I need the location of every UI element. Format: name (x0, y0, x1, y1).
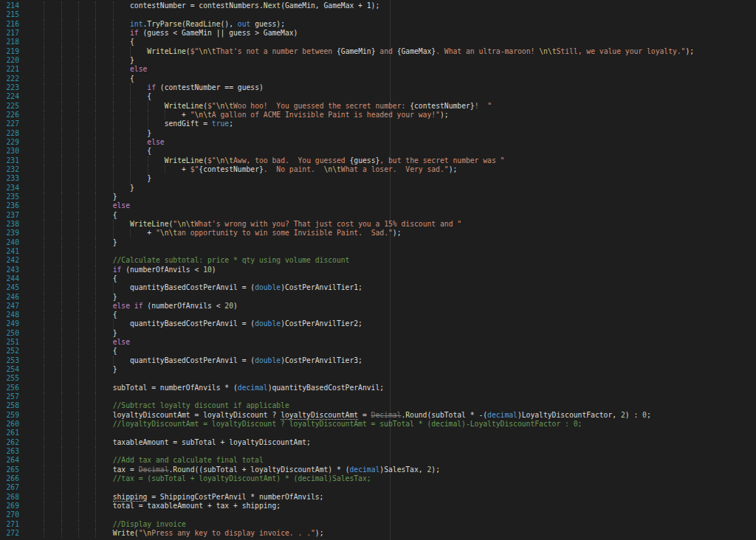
code-line[interactable]: 216 int.TryParse(ReadLine(), out guess); (0, 20, 756, 29)
indent-guide (44, 193, 44, 201)
code-line[interactable]: 270 (0, 510, 756, 519)
code-text: else if (numberOfAnvils < 20) (27, 302, 238, 310)
code-line[interactable]: 229 else (0, 138, 756, 147)
indent-guide (44, 338, 44, 347)
code-line[interactable]: 243 if (numberOfAnvils < 10) (0, 266, 756, 274)
code-line[interactable]: 268 shipping = ShippingCostPerAnvil * nu… (0, 493, 756, 502)
indent-guide (95, 229, 96, 238)
code-line[interactable]: 264 //Add tax and calculate final total (0, 456, 756, 465)
code-line[interactable]: 240 } (0, 238, 756, 247)
indent-guide (61, 165, 62, 174)
code-line[interactable]: 225 WriteLine($"\n\tWoo hoo! You guessed… (0, 102, 756, 111)
code-line[interactable]: 238 WriteLine("\n\tWhat's wrong with you… (0, 220, 756, 229)
code-line[interactable]: 237 { (0, 211, 756, 220)
code-line[interactable]: 246 } (0, 293, 756, 302)
code-line[interactable]: 260 //loyaltyDiscountAmt = loyaltyDiscou… (0, 420, 756, 429)
indent-guide (61, 529, 62, 538)
code-line[interactable]: 269 total = taxableAmount + tax + shippi… (0, 502, 756, 510)
code-line[interactable]: 230 { (0, 147, 756, 156)
code-line[interactable]: 257 (0, 392, 756, 401)
indent-guide (61, 174, 62, 183)
code-line[interactable]: 247 else if (numberOfAnvils < 20) (0, 302, 756, 311)
code-line[interactable]: 221 else (0, 65, 756, 74)
code-line[interactable]: 272 Write("\nPress any key to display in… (0, 529, 756, 538)
code-line[interactable]: 265 tax = Decimal.Round((subTotal + loya… (0, 465, 756, 474)
indent-guide (78, 247, 79, 256)
code-line[interactable]: 252 { (0, 347, 756, 356)
code-line[interactable]: 224 { (0, 92, 756, 101)
code-line[interactable]: 234 } (0, 184, 756, 193)
code-line[interactable]: 271 //Display invoice (0, 520, 756, 529)
indent-guide (78, 38, 79, 46)
indent-guide (78, 266, 79, 274)
indent-guide (44, 20, 44, 29)
code-line[interactable]: 215 (0, 10, 756, 19)
code-text: else (27, 65, 147, 73)
indent-guide (78, 520, 79, 529)
code-line[interactable]: 256 subTotal = numberOfAnvils * (decimal… (0, 384, 756, 392)
code-line[interactable]: 251 else (0, 338, 756, 347)
code-line[interactable]: 233 } (0, 174, 756, 183)
code-line[interactable]: 254 } (0, 365, 756, 374)
code-line[interactable]: 214 contestNumber = contestNumbers.Next(… (0, 1, 756, 10)
code-line[interactable]: 255 (0, 374, 756, 383)
code-line[interactable]: 239 + "\n\tan opportunity to win some In… (0, 229, 756, 238)
indent-guide (44, 493, 44, 502)
code-line[interactable]: 222 { (0, 75, 756, 83)
code-line[interactable]: 220 } (0, 56, 756, 65)
indent-guide (113, 220, 114, 229)
indent-guide (95, 401, 96, 410)
indent-guide (78, 302, 79, 311)
code-line[interactable]: 236 else (0, 201, 756, 210)
line-number: 258 (0, 401, 19, 410)
line-number: 259 (0, 411, 19, 420)
indent-guide (44, 184, 44, 193)
indent-guide (78, 274, 79, 283)
code-line[interactable]: 259 loyaltyDiscountAmt = loyaltyDiscount… (0, 411, 756, 420)
code-line[interactable]: 242 //Calculate subtotal: price * qty us… (0, 256, 756, 265)
code-line[interactable]: 261 (0, 429, 756, 437)
code-line[interactable]: 223 if (contestNumber == guess) (0, 83, 756, 92)
code-line[interactable]: 217 if (guess < GameMin || guess > GameM… (0, 29, 756, 38)
code-line[interactable]: 231 WriteLine($"\n\tAww, too bad. You gu… (0, 156, 756, 165)
indent-guide (95, 374, 96, 383)
indent-guide (78, 447, 79, 456)
line-number: 235 (0, 193, 19, 201)
line-number: 261 (0, 429, 19, 437)
indent-guide (113, 29, 114, 38)
code-line[interactable]: 241 (0, 247, 756, 256)
code-line[interactable]: 235 } (0, 193, 756, 201)
line-number: 231 (0, 156, 19, 165)
code-line[interactable]: 249 quantityBasedCostPerAnvil = (double)… (0, 319, 756, 328)
code-line[interactable]: 245 quantityBasedCostPerAnvil = (double)… (0, 283, 756, 292)
indent-guide (61, 220, 62, 229)
code-line[interactable]: 263 (0, 447, 756, 456)
indent-guide (95, 266, 96, 274)
code-line[interactable]: 219 WriteLine($"\n\tThat's not a number … (0, 47, 756, 56)
code-line[interactable]: 232 + $"{contestNumber}. No paint. \n\tW… (0, 165, 756, 174)
code-text: Write("\nPress any key to display invoic… (27, 529, 324, 537)
code-line[interactable]: 218 { (0, 38, 756, 46)
code-text: contestNumber = contestNumbers.Next(Game… (27, 1, 379, 10)
indent-guide (113, 283, 114, 292)
code-line[interactable]: 262 taxableAmount = subTotal + loyaltyDi… (0, 438, 756, 447)
code-text: //Calculate subtotal: price * qty using … (27, 256, 349, 264)
code-line[interactable]: 253 quantityBasedCostPerAnvil = (double)… (0, 356, 756, 365)
code-line[interactable]: 258 //Subtract loyalty discount if appli… (0, 401, 756, 410)
code-line[interactable]: 248 { (0, 311, 756, 319)
indent-guide (95, 111, 96, 120)
code-line[interactable]: 228 } (0, 129, 756, 138)
code-line[interactable]: 226 + "\n\tA gallon of ACME Invisible Pa… (0, 111, 756, 120)
code-line[interactable]: 266 //tax = (subTotal + loyaltyDiscountA… (0, 474, 756, 483)
indent-guide (95, 274, 96, 283)
code-line[interactable]: 227 sendGift = true; (0, 120, 756, 128)
code-line[interactable]: 244 { (0, 274, 756, 283)
code-line[interactable]: 250 } (0, 329, 756, 338)
indent-guide (44, 529, 44, 538)
code-text: } (27, 193, 117, 201)
code-editor[interactable]: 214 contestNumber = contestNumbers.Next(… (0, 0, 756, 540)
indent-guide (95, 302, 96, 311)
code-text: } (27, 129, 151, 137)
code-line[interactable]: 267 (0, 483, 756, 492)
indent-guide (44, 156, 44, 165)
